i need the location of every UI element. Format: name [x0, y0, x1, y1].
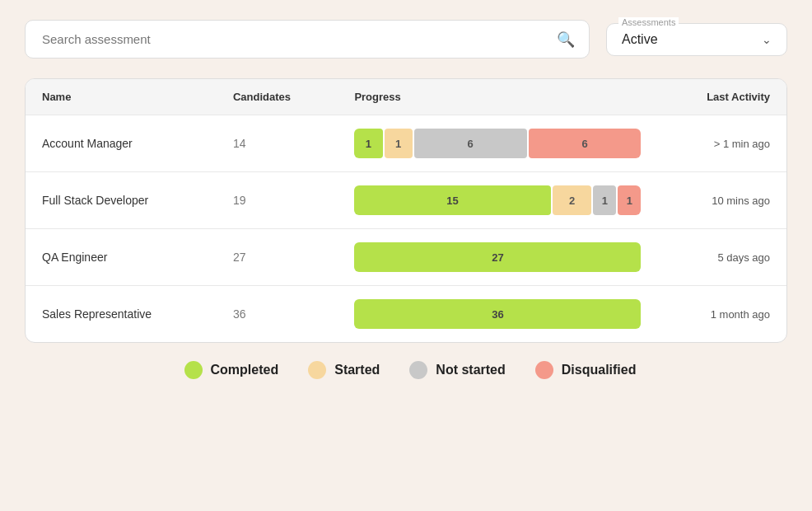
legend-label-completed: Completed [211, 363, 279, 377]
table-row: Full Stack Developer191521110 mins ago [26, 172, 786, 229]
bar-segment-started: 2 [553, 185, 592, 215]
legend-item-started: Started [308, 361, 380, 379]
row-last-activity: 10 mins ago [657, 172, 786, 229]
bar-segment-disqualified: 1 [618, 185, 641, 215]
row-last-activity: 5 days ago [657, 229, 786, 286]
row-progress: 1166 [338, 115, 657, 172]
legend-label-disqualified: Disqualified [562, 363, 637, 377]
top-bar: 🔍 Assessments Active ⌄ [25, 20, 787, 59]
bar-segment-completed: 1 [354, 129, 382, 158]
bar-segment-started: 1 [385, 129, 413, 158]
legend-item-disqualified: Disqualified [535, 361, 637, 379]
legend-item-completed: Completed [184, 361, 279, 379]
row-last-activity: 1 month ago [657, 286, 786, 343]
bar-segment-completed: 36 [354, 299, 641, 329]
assessments-value: Active [622, 32, 658, 47]
bar-segment-completed: 27 [354, 242, 641, 272]
col-header-last-activity: Last Activity [657, 79, 786, 115]
row-name: Account Manager [26, 115, 217, 172]
row-last-activity: > 1 min ago [657, 115, 786, 172]
col-header-progress: Progress [338, 79, 657, 115]
chevron-down-icon: ⌄ [762, 33, 772, 46]
table-row: Sales Representative36361 month ago [26, 286, 786, 343]
assessments-label: Assessments [618, 17, 679, 27]
col-header-candidates: Candidates [217, 79, 338, 115]
row-candidates: 27 [217, 229, 338, 286]
search-input[interactable] [25, 20, 590, 59]
assessments-value-row: Active ⌄ [622, 32, 772, 47]
table-header-row: Name Candidates Progress Last Activity [26, 79, 786, 115]
bar-segment-disqualified: 6 [529, 129, 642, 158]
legend-dot-started [308, 361, 326, 379]
legend: CompletedStartedNot startedDisqualified [176, 361, 637, 379]
row-name: QA Engineer [26, 229, 217, 286]
row-progress: 36 [338, 286, 657, 343]
table-row: QA Engineer27275 days ago [26, 229, 786, 286]
row-candidates: 36 [217, 286, 338, 343]
bar-segment-not_started: 6 [414, 129, 527, 158]
bar-segment-completed: 15 [354, 185, 550, 215]
col-header-name: Name [26, 79, 217, 115]
assessment-table: Name Candidates Progress Last Activity A… [25, 78, 787, 343]
row-progress: 27 [338, 229, 657, 286]
row-progress: 15211 [338, 172, 657, 229]
bar-segment-not_started: 1 [593, 185, 616, 215]
row-name: Sales Representative [26, 286, 217, 343]
assessments-dropdown[interactable]: Assessments Active ⌄ [606, 23, 787, 56]
legend-dot-disqualified [535, 361, 553, 379]
row-candidates: 19 [217, 172, 338, 229]
legend-label-started: Started [334, 363, 380, 377]
row-name: Full Stack Developer [26, 172, 217, 229]
legend-dot-completed [184, 361, 203, 379]
row-candidates: 14 [217, 115, 338, 172]
legend-label-not_started: Not started [436, 363, 505, 377]
search-box: 🔍 [25, 20, 590, 59]
legend-item-not_started: Not started [409, 361, 505, 379]
table-row: Account Manager141166> 1 min ago [26, 115, 786, 172]
legend-dot-not_started [409, 361, 427, 379]
